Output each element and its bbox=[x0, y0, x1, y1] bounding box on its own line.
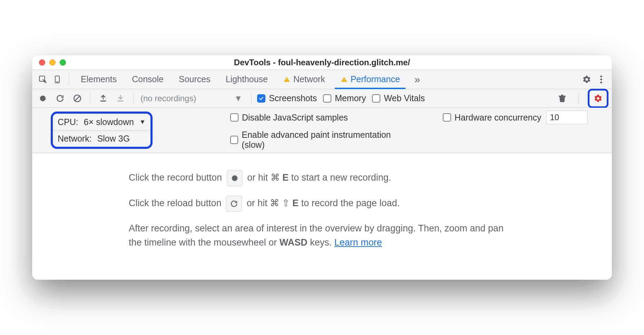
device-toggle-icon[interactable] bbox=[50, 72, 65, 87]
svg-rect-4 bbox=[286, 80, 287, 81]
tab-performance[interactable]: Performance bbox=[333, 70, 408, 89]
separator bbox=[90, 93, 90, 104]
help-after-recording: After recording, select an area of inter… bbox=[129, 221, 515, 249]
warning-icon bbox=[340, 76, 348, 83]
svg-point-9 bbox=[600, 81, 602, 83]
kebab-menu-icon[interactable] bbox=[594, 72, 608, 87]
svg-rect-16 bbox=[561, 95, 563, 96]
checkbox-icon bbox=[323, 94, 331, 103]
chevron-down-icon: ▼ bbox=[139, 118, 146, 126]
tab-sources[interactable]: Sources bbox=[171, 70, 218, 89]
record-button[interactable] bbox=[36, 91, 50, 106]
capture-settings-highlight bbox=[588, 89, 608, 108]
close-window-button[interactable] bbox=[39, 59, 45, 66]
window-title: DevTools - foul-heavenly-direction.glitc… bbox=[32, 58, 612, 67]
svg-rect-5 bbox=[344, 78, 344, 80]
hardware-concurrency-input[interactable] bbox=[546, 111, 588, 124]
svg-point-10 bbox=[40, 95, 46, 101]
clear-button[interactable] bbox=[70, 91, 85, 106]
settings-icon[interactable] bbox=[579, 72, 594, 87]
warning-icon bbox=[283, 76, 291, 83]
webvitals-checkbox[interactable]: Web Vitals bbox=[372, 93, 425, 103]
svg-point-17 bbox=[232, 175, 237, 181]
load-profile-button[interactable] bbox=[96, 91, 110, 106]
tab-console[interactable]: Console bbox=[124, 70, 171, 89]
learn-more-link[interactable]: Learn more bbox=[334, 237, 382, 248]
help-record-line: Click the record button or hit ⌘ E to st… bbox=[129, 170, 515, 186]
reload-icon bbox=[226, 196, 242, 212]
devtools-window: DevTools - foul-heavenly-direction.glitc… bbox=[32, 55, 612, 280]
svg-point-8 bbox=[600, 78, 602, 80]
svg-rect-13 bbox=[100, 100, 106, 102]
svg-rect-15 bbox=[559, 96, 566, 97]
svg-rect-3 bbox=[286, 78, 287, 80]
checkbox-icon bbox=[443, 113, 451, 122]
checkbox-icon bbox=[257, 94, 265, 103]
titlebar: DevTools - foul-heavenly-direction.glitc… bbox=[32, 55, 612, 70]
chevron-down-icon: ▼ bbox=[234, 94, 242, 103]
svg-line-12 bbox=[75, 96, 80, 100]
inspect-element-icon[interactable] bbox=[36, 72, 50, 87]
disable-js-samples-checkbox[interactable]: Disable JavaScript samples bbox=[230, 113, 348, 123]
svg-rect-6 bbox=[344, 80, 344, 81]
capture-settings-button[interactable] bbox=[591, 91, 605, 106]
cpu-throttle-select[interactable]: CPU: 6× slowdown ▼ bbox=[53, 114, 150, 130]
checkbox-icon bbox=[372, 94, 380, 103]
panel-tabs: Elements Console Sources Lighthouse Netw… bbox=[32, 70, 612, 89]
separator bbox=[133, 93, 134, 104]
reload-record-button[interactable] bbox=[53, 91, 67, 106]
throttling-highlight: CPU: 6× slowdown ▼ Network: Slow 3G bbox=[51, 112, 153, 149]
garbage-collect-button[interactable] bbox=[555, 91, 569, 106]
paint-instrumentation-checkbox[interactable]: Enable advanced paint instrumentation (s… bbox=[230, 130, 410, 150]
checkbox-icon bbox=[230, 113, 238, 122]
recordings-dropdown[interactable]: (no recordings) ▼ bbox=[139, 94, 246, 103]
capture-settings-panel: Disable JavaScript samples CPU: 6× slowd… bbox=[32, 108, 612, 153]
help-reload-line: Click the reload button or hit ⌘ ⇧ E to … bbox=[129, 196, 515, 212]
tab-network[interactable]: Network bbox=[275, 70, 333, 89]
zoom-window-button[interactable] bbox=[60, 59, 66, 66]
separator bbox=[69, 74, 69, 85]
screenshots-checkbox[interactable]: Screenshots bbox=[257, 93, 317, 103]
hardware-concurrency-checkbox[interactable]: Hardware concurrency bbox=[443, 113, 541, 123]
more-tabs-button[interactable]: » bbox=[408, 74, 427, 85]
tab-lighthouse[interactable]: Lighthouse bbox=[218, 70, 275, 89]
performance-landing: Click the record button or hit ⌘ E to st… bbox=[32, 153, 612, 280]
save-profile-button[interactable] bbox=[113, 91, 128, 106]
separator bbox=[578, 93, 579, 104]
record-icon bbox=[227, 170, 243, 186]
checkbox-icon bbox=[230, 136, 238, 144]
tab-elements[interactable]: Elements bbox=[73, 70, 124, 89]
memory-checkbox[interactable]: Memory bbox=[323, 93, 366, 103]
traffic-lights bbox=[39, 59, 66, 66]
performance-toolbar: (no recordings) ▼ Screenshots Memory Web… bbox=[32, 89, 612, 108]
network-throttle-select[interactable]: Network: Slow 3G bbox=[53, 130, 150, 147]
svg-point-7 bbox=[600, 75, 602, 77]
minimize-window-button[interactable] bbox=[49, 59, 56, 66]
svg-rect-14 bbox=[118, 100, 123, 102]
separator bbox=[251, 93, 252, 104]
